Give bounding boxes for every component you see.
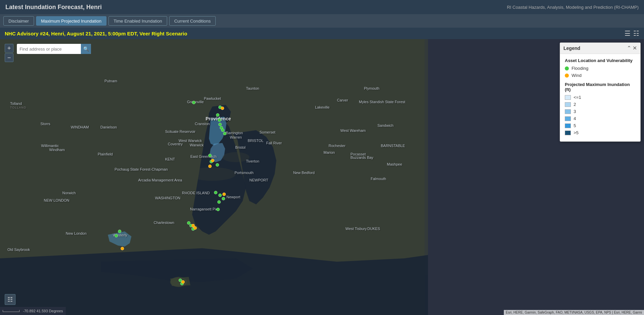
legend-asset-item: Flooding (565, 66, 636, 71)
advisory-text: NHC Advisory #24, Henri, August 21, 2021… (5, 31, 187, 36)
legend-inundation-label: <=1 (574, 95, 581, 100)
app-title: Latest Inundation Forecast, Henri (5, 4, 102, 11)
legend-inundation-label: 5 (574, 123, 576, 128)
legend-swatch (565, 102, 571, 107)
legend-inundation-items: <=12345>5 (565, 95, 636, 135)
app-subtitle: RI Coastal Hazards, Analysis, Modeling a… (507, 5, 639, 10)
basemap-gallery-icon[interactable]: ☷ (633, 29, 639, 37)
legend-close-button[interactable]: ✕ (633, 46, 637, 51)
coordinates-display: -70.892 41.593 Degrees (23, 309, 63, 313)
tab-bar: Disclaimer Maximum Projected Inundation … (0, 14, 644, 28)
legend-inundation-item: <=1 (565, 95, 636, 100)
legend-inundation-label: >5 (574, 130, 579, 135)
legend-asset-item: Wind (565, 73, 636, 78)
scale-line (3, 310, 20, 312)
legend-swatch (565, 123, 571, 128)
legend-asset-section-title: Asset Location and Vulnerability (565, 58, 636, 63)
search-box: 🔍 (17, 44, 91, 54)
legend-panel: Legend ⌃ ✕ Asset Location and Vulnerabil… (560, 42, 641, 142)
legend-inundation-label: 2 (574, 102, 576, 107)
legend-dot (565, 74, 569, 78)
tab-disclaimer[interactable]: Disclaimer (3, 16, 34, 26)
legend-swatch (565, 109, 571, 114)
zoom-out-button[interactable]: − (5, 53, 13, 62)
legend-inundation-item: >5 (565, 130, 636, 135)
legend-swatch (565, 116, 571, 121)
legend-inundation-item: 4 (565, 116, 636, 121)
legend-controls: ⌃ ✕ (627, 46, 637, 51)
legend-dot (565, 66, 569, 70)
legend-body: Asset Location and Vulnerability Floodin… (560, 54, 640, 141)
coordinates-bar: -70.892 41.593 Degrees (0, 307, 66, 315)
legend-inundation-item: 3 (565, 109, 636, 114)
tab-time-enabled[interactable]: Time Enabled Inundation (109, 16, 167, 26)
svg-point-1 (189, 167, 236, 181)
legend-item-label: Flooding (572, 66, 588, 71)
legend-swatch (565, 131, 571, 135)
map-container[interactable]: PutnamTauntonPlymouthCarverTollandTOLLAN… (0, 39, 644, 315)
search-icon: 🔍 (83, 46, 89, 52)
legend-inundation-item: 5 (565, 123, 636, 128)
legend-inundation-section-title: Projected Maximum Inundation (ft) (565, 82, 636, 92)
search-input[interactable] (17, 47, 81, 52)
search-button[interactable]: 🔍 (81, 44, 91, 54)
basemap-toggle-button[interactable]: ☷ (5, 294, 16, 305)
legend-inundation-label: 4 (574, 116, 576, 121)
zoom-in-button[interactable]: + (5, 44, 13, 53)
legend-header: Legend ⌃ ✕ (560, 43, 640, 54)
legend-swatch (565, 95, 571, 100)
legend-inundation-item: 2 (565, 102, 636, 107)
map-background (0, 39, 644, 315)
legend-item-label: Wind (572, 73, 582, 78)
tab-max-inundation[interactable]: Maximum Projected Inundation (36, 16, 106, 26)
legend-collapse-button[interactable]: ⌃ (627, 46, 631, 51)
app-header: Latest Inundation Forecast, Henri RI Coa… (0, 0, 644, 14)
legend-title: Legend (563, 46, 580, 51)
attribution-bar: Esri, HERE, Garmin, SafeGraph, FAO, METI… (504, 310, 644, 315)
banner-icons: ☰ ☷ (624, 29, 639, 37)
svg-point-2 (222, 152, 249, 162)
scale-bar (3, 310, 20, 312)
map-svg (0, 39, 644, 315)
basemap-icon: ☷ (7, 296, 13, 303)
layer-list-icon[interactable]: ☰ (624, 29, 631, 37)
legend-inundation-label: 3 (574, 109, 576, 114)
legend-asset-items: FloodingWind (565, 66, 636, 78)
zoom-controls: + − (5, 44, 13, 62)
tab-current-conditions[interactable]: Current Conditions (169, 16, 216, 26)
advisory-banner: NHC Advisory #24, Henri, August 21, 2021… (0, 28, 644, 39)
